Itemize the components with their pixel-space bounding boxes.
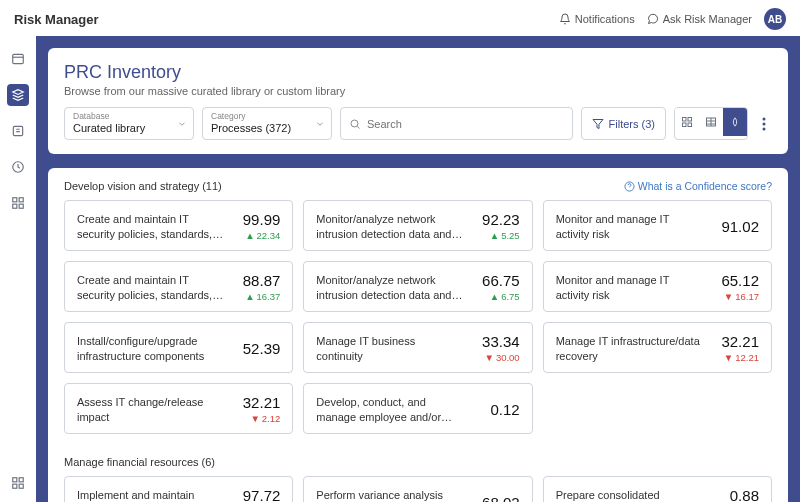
sidebar-item-inventory[interactable] <box>7 84 29 106</box>
notifications-link[interactable]: Notifications <box>559 13 635 25</box>
risk-card[interactable]: Monitor/analyze network intrusion detect… <box>303 261 532 312</box>
delta-up: ▲ 6.75 <box>490 291 520 302</box>
notifications-label: Notifications <box>575 13 635 25</box>
avatar[interactable]: AB <box>764 8 786 30</box>
card-description: Manage IT business continuity <box>316 334 463 364</box>
card-description: Manage IT infrastructure/data recovery <box>556 334 703 364</box>
delta-down: ▼ 30.00 <box>484 352 519 363</box>
section-title: Manage financial resources (6) <box>64 456 215 468</box>
svg-rect-0 <box>13 54 24 63</box>
view-grid-button[interactable] <box>675 108 699 136</box>
page-title: PRC Inventory <box>64 62 772 83</box>
delta-down: ▼ 2.12 <box>250 413 280 424</box>
card-description: Create and maintain IT security policies… <box>77 212 224 242</box>
search-input[interactable] <box>367 118 564 130</box>
search-icon <box>349 118 361 130</box>
sidebar-item-settings[interactable] <box>7 472 29 494</box>
card-score: 97.72 <box>234 487 280 502</box>
risk-card[interactable]: Install/configure/upgrade infrastructure… <box>64 322 293 373</box>
card-score: 0.88 <box>713 487 759 502</box>
card-description: Monitor/analyze network intrusion detect… <box>316 212 463 242</box>
bell-icon <box>559 13 571 25</box>
risk-card[interactable]: Manage IT business continuity33.34▼ 30.0… <box>303 322 532 373</box>
svg-point-11 <box>351 120 358 127</box>
svg-rect-7 <box>13 478 17 482</box>
view-card-button[interactable] <box>723 108 747 136</box>
delta-down: ▼ 16.17 <box>724 291 759 302</box>
risk-card[interactable]: Implement and maintain controls-related … <box>64 476 293 502</box>
sidebar-item-home[interactable] <box>7 48 29 70</box>
delta-up: ▲ 5.25 <box>490 230 520 241</box>
svg-rect-5 <box>13 204 17 208</box>
section-header: Manage financial resources (6) <box>64 456 772 468</box>
card-description: Perform variance analysis against foreca… <box>316 488 463 502</box>
triangle-up-icon: ▲ <box>245 230 254 241</box>
svg-point-24 <box>763 127 766 130</box>
card-score: 68.02 <box>474 494 520 502</box>
database-select[interactable]: Database Curated library <box>64 107 194 140</box>
risk-card[interactable]: Assess IT change/release impact32.21▼ 2.… <box>64 383 293 434</box>
app-title: Risk Manager <box>14 12 99 27</box>
svg-rect-17 <box>688 123 692 127</box>
svg-line-12 <box>357 126 359 128</box>
risk-card[interactable]: Monitor and manage IT activity risk65.12… <box>543 261 772 312</box>
delta-up: ▲ 22.34 <box>245 230 280 241</box>
card-description: Implement and maintain controls-related … <box>77 488 224 502</box>
content-panel: Develop vision and strategy (11)What is … <box>48 168 788 502</box>
card-score: 65.12 <box>713 272 759 289</box>
triangle-up-icon: ▲ <box>490 291 499 302</box>
risk-card[interactable]: Create and maintain IT security policies… <box>64 261 293 312</box>
risk-card[interactable]: Develop, conduct, and manage employee an… <box>303 383 532 434</box>
risk-card[interactable]: Perform variance analysis against foreca… <box>303 476 532 502</box>
svg-rect-3 <box>13 198 17 202</box>
sidebar-item-reports[interactable] <box>7 120 29 142</box>
view-table-button[interactable] <box>699 108 723 136</box>
confidence-help-link[interactable]: What is a Confidence score? <box>624 180 772 192</box>
filter-icon <box>592 118 604 130</box>
triangle-down-icon: ▼ <box>724 291 733 302</box>
risk-card[interactable]: Monitor and manage IT activity risk91.02 <box>543 200 772 251</box>
card-grid: Implement and maintain controls-related … <box>64 476 772 502</box>
ask-link[interactable]: Ask Risk Manager <box>647 13 752 25</box>
chevron-down-icon <box>177 119 187 129</box>
risk-card[interactable]: Create and maintain IT security policies… <box>64 200 293 251</box>
card-score: 92.23 <box>474 211 520 228</box>
card-grid: Create and maintain IT security policies… <box>64 200 772 434</box>
svg-rect-16 <box>683 123 687 127</box>
card-score: 99.99 <box>234 211 280 228</box>
database-select-label: Database <box>73 111 185 121</box>
card-score: 91.02 <box>713 218 759 235</box>
category-select[interactable]: Category Processes (372) <box>202 107 332 140</box>
svg-rect-8 <box>19 478 23 482</box>
svg-marker-13 <box>593 119 603 128</box>
page-subtitle: Browse from our massive curated library … <box>64 85 772 97</box>
svg-rect-6 <box>19 204 23 208</box>
risk-card[interactable]: Prepare consolidated financial statement… <box>543 476 772 502</box>
database-select-value: Curated library <box>73 122 145 134</box>
triangle-down-icon: ▼ <box>250 413 259 424</box>
delta-down: ▼ 12.21 <box>724 352 759 363</box>
section-title: Develop vision and strategy (11) <box>64 180 222 192</box>
card-description: Develop, conduct, and manage employee an… <box>316 395 463 425</box>
card-score: 33.34 <box>474 333 520 350</box>
svg-rect-15 <box>688 118 692 122</box>
card-description: Monitor/analyze network intrusion detect… <box>316 273 463 303</box>
card-score: 66.75 <box>474 272 520 289</box>
risk-card[interactable]: Monitor/analyze network intrusion detect… <box>303 200 532 251</box>
risk-card[interactable]: Manage IT infrastructure/data recovery32… <box>543 322 772 373</box>
card-description: Assess IT change/release impact <box>77 395 224 425</box>
svg-rect-9 <box>13 484 17 488</box>
ask-label: Ask Risk Manager <box>663 13 752 25</box>
delta-up: ▲ 16.37 <box>245 291 280 302</box>
sidebar-item-activity[interactable] <box>7 156 29 178</box>
svg-point-22 <box>763 117 766 120</box>
more-menu-button[interactable] <box>756 107 772 140</box>
category-select-value: Processes (372) <box>211 122 291 134</box>
search-box[interactable] <box>340 107 573 140</box>
sidebar-item-apps[interactable] <box>7 192 29 214</box>
filters-button[interactable]: Filters (3) <box>581 107 666 140</box>
filters-label: Filters (3) <box>609 118 655 130</box>
svg-rect-14 <box>683 118 687 122</box>
sidebar <box>0 36 36 502</box>
triangle-up-icon: ▲ <box>490 230 499 241</box>
